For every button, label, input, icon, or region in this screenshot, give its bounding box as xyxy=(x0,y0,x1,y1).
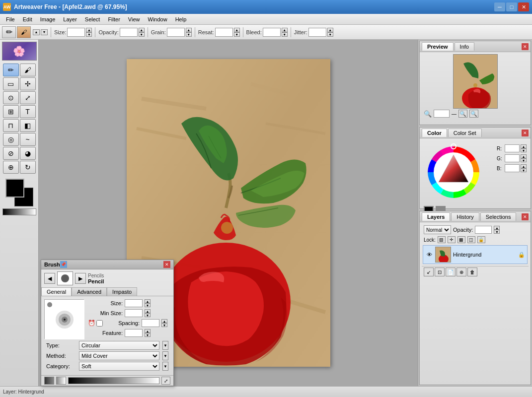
brush-size-input[interactable]: 2 xyxy=(125,299,143,307)
layer-opacity-down[interactable]: ▼ xyxy=(494,230,500,234)
resat-up[interactable]: ▲ xyxy=(234,28,240,32)
jitter-up[interactable]: ▲ xyxy=(327,28,333,32)
crop-tool[interactable]: ⊓ xyxy=(3,119,19,132)
brush-feature-up[interactable]: ▲ xyxy=(145,329,151,333)
grain-up[interactable]: ▲ xyxy=(186,28,192,32)
brush-method-select[interactable]: Mild Cover Cover Buildup Wash xyxy=(79,351,159,360)
clone-tool[interactable]: ◎ xyxy=(3,133,19,146)
menu-help[interactable]: Help xyxy=(171,15,191,23)
method-dropdown-btn[interactable]: ▼ xyxy=(162,351,168,360)
brush-general-tab[interactable]: General xyxy=(41,287,72,296)
dodge-burn-tool[interactable]: ◕ xyxy=(20,147,36,160)
b-input[interactable]: 0 xyxy=(505,164,520,172)
zoom-input[interactable]: 68 xyxy=(434,110,450,118)
brush-category-select[interactable]: Soft Hard Natural xyxy=(79,362,159,371)
color-wheel[interactable] xyxy=(424,142,483,202)
brush-type-select[interactable]: Circular Flat Camel Fan xyxy=(79,341,159,350)
toolbar-spin-down[interactable]: ▼ xyxy=(41,29,48,35)
r-down[interactable]: ▼ xyxy=(521,148,527,152)
opacity-up[interactable]: ▲ xyxy=(139,28,145,32)
transform-tool[interactable]: ⤢ xyxy=(20,91,36,104)
layer-opacity-up[interactable]: ▲ xyxy=(494,226,500,230)
shape-tool[interactable]: ◧ xyxy=(20,119,36,132)
lock-all-btn[interactable]: ▩ xyxy=(457,236,465,243)
menu-select[interactable]: Select xyxy=(81,15,104,23)
brush-feature-down[interactable]: ▼ xyxy=(145,333,151,337)
menu-layer[interactable]: Layer xyxy=(59,15,81,23)
toolbar-spin-up[interactable]: ▲ xyxy=(33,29,40,35)
layer-visibility-icon[interactable]: 👁 xyxy=(425,251,433,259)
info-tab[interactable]: Info xyxy=(455,42,474,51)
brush-minsize-input[interactable]: 50 xyxy=(125,309,143,317)
blend-mode-select[interactable]: Normal xyxy=(424,225,451,234)
zoom-out-btn[interactable]: 🔍 xyxy=(458,110,467,118)
brush-minsize-down[interactable]: ▼ xyxy=(145,313,151,317)
size-input[interactable]: 2 xyxy=(67,28,85,37)
resat-down[interactable]: ▼ xyxy=(234,32,240,37)
layers-close-btn[interactable]: ✕ xyxy=(522,213,529,220)
brush-next-btn[interactable]: ▶ xyxy=(75,273,86,284)
lock-transparent-btn[interactable]: ▧ xyxy=(438,236,446,243)
layer-row-1[interactable]: 👁 Hintergrund 🔒 xyxy=(423,245,528,264)
b-up[interactable]: ▲ xyxy=(521,164,527,168)
stamp-tool[interactable]: ⊞ xyxy=(3,105,19,118)
layer-opacity-input[interactable]: 100 xyxy=(475,226,492,234)
brush-prev-btn[interactable]: ◀ xyxy=(44,273,55,284)
jitter-down[interactable]: ▼ xyxy=(327,32,333,37)
new-layer-btn[interactable]: 📄 xyxy=(446,267,456,276)
zoom-in-btn[interactable]: 🔍 xyxy=(469,110,478,118)
gradient-bar[interactable] xyxy=(2,208,36,215)
menu-view[interactable]: View xyxy=(124,15,144,23)
brush-pin-btn[interactable]: 📌 xyxy=(60,261,67,268)
brush-spacing-down[interactable]: ▼ xyxy=(161,323,167,327)
paint-tool[interactable]: 🖌 xyxy=(20,64,36,76)
g-up[interactable]: ▲ xyxy=(521,154,527,158)
category-dropdown-btn[interactable]: ▼ xyxy=(162,362,168,371)
size-up[interactable]: ▲ xyxy=(86,28,92,32)
preview-tab[interactable]: Preview xyxy=(422,42,454,51)
b-down[interactable]: ▼ xyxy=(521,168,527,172)
menu-filter[interactable]: Filter xyxy=(104,15,124,23)
smudge-tool[interactable]: ~ xyxy=(20,133,36,146)
move-tool[interactable]: ✢ xyxy=(20,77,36,90)
maximize-button[interactable]: □ xyxy=(506,2,517,11)
opacity-down[interactable]: ▼ xyxy=(139,32,145,37)
opacity-input[interactable]: 100 xyxy=(120,28,138,37)
resat-input[interactable]: 100 xyxy=(215,28,233,37)
history-tab[interactable]: History xyxy=(451,212,479,221)
move-layer-down-btn[interactable]: ⊡ xyxy=(435,267,445,276)
brush-close-btn[interactable]: ✕ xyxy=(163,261,170,268)
brush-feature-input[interactable]: 1 xyxy=(125,329,143,337)
duplicate-layer-btn[interactable]: ⊕ xyxy=(456,267,466,276)
jitter-input[interactable]: 0 xyxy=(308,28,326,37)
menu-image[interactable]: Image xyxy=(36,15,60,23)
foreground-color-swatch[interactable] xyxy=(5,179,24,198)
g-input[interactable]: 0 xyxy=(505,154,520,162)
delete-layer-btn[interactable]: 🗑 xyxy=(467,267,477,276)
grain-down[interactable]: ▼ xyxy=(186,32,192,37)
brush-gradient-btn[interactable]: ⤢ xyxy=(161,377,170,385)
add-layer-link-btn[interactable]: ↙ xyxy=(424,267,434,276)
text-tool[interactable]: T xyxy=(20,105,36,118)
lasso-tool[interactable]: ⊙ xyxy=(3,91,19,104)
rect-select-tool[interactable]: ▭ xyxy=(3,77,19,90)
brush-minsize-up[interactable]: ▲ xyxy=(145,309,151,313)
bleed-up[interactable]: ▲ xyxy=(282,28,288,32)
menu-window[interactable]: Window xyxy=(144,15,171,23)
brush-spacing-up[interactable]: ▲ xyxy=(161,319,167,323)
brush-tool[interactable]: ✏ xyxy=(3,64,19,76)
spacing-clock-check[interactable] xyxy=(96,320,103,327)
preview-close-btn[interactable]: ✕ xyxy=(522,43,529,50)
bleed-input[interactable]: 0 xyxy=(263,28,281,37)
lock-move-btn[interactable]: ✛ xyxy=(448,236,456,243)
menu-edit[interactable]: Edit xyxy=(19,15,36,23)
size-down[interactable]: ▼ xyxy=(86,32,92,37)
minimize-button[interactable]: ─ xyxy=(494,2,505,11)
rotate-tool[interactable]: ↻ xyxy=(20,161,36,174)
close-button[interactable]: ✕ xyxy=(518,2,529,11)
brush-preview-btn[interactable]: 🖌 xyxy=(17,26,31,38)
r-input[interactable]: 0 xyxy=(505,144,520,152)
grain-input[interactable]: 100 xyxy=(167,28,185,37)
brush-size-up[interactable]: ▲ xyxy=(145,299,151,303)
selections-tab[interactable]: Selections xyxy=(480,212,517,221)
